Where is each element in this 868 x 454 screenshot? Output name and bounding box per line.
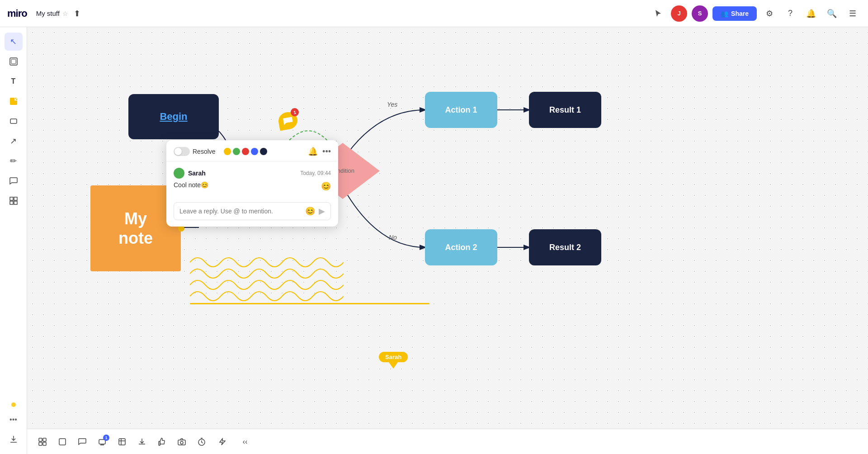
svg-rect-11 <box>43 438 46 441</box>
bottom-tool-frames[interactable] <box>54 434 71 450</box>
reply-send-button[interactable]: ▶ <box>319 206 325 216</box>
yellow-line <box>190 303 429 304</box>
svg-rect-5 <box>14 197 17 200</box>
comment-bubble-button[interactable]: 1 <box>278 112 301 134</box>
miro-logo: miro <box>7 8 27 19</box>
svg-rect-14 <box>59 439 66 445</box>
tool-frames[interactable] <box>5 52 23 71</box>
no-label: No <box>389 234 397 241</box>
bottom-badge-share: 1 <box>103 435 109 441</box>
collapse-bottombar-button[interactable]: ‹‹ <box>237 434 253 450</box>
color-dots <box>224 148 267 155</box>
svg-rect-7 <box>14 201 17 204</box>
svg-rect-6 <box>10 201 13 204</box>
note-text: Mynote <box>118 209 153 248</box>
svg-rect-13 <box>43 442 46 445</box>
color-dot-red[interactable] <box>242 148 249 155</box>
resolve-toggle-thumb <box>175 148 182 155</box>
resolve-toggle-track[interactable] <box>174 147 190 156</box>
svg-rect-12 <box>39 442 42 445</box>
reply-input[interactable] <box>179 208 302 215</box>
result2-node[interactable]: Result 2 <box>529 229 601 265</box>
topbar: miro My stuff ☆ ⬆ J S 👥 Share ⚙ ? 🔔 🔍 ☰ <box>0 0 868 27</box>
svg-rect-1 <box>11 59 16 64</box>
bottom-tool-grid[interactable] <box>34 434 51 450</box>
result2-label: Result 2 <box>549 243 581 252</box>
react-emoji-icon[interactable]: 😊 <box>321 181 331 191</box>
color-dot-dark[interactable] <box>260 148 267 155</box>
menu-icon[interactable]: ☰ <box>844 5 861 22</box>
board-title-area: My stuff ☆ ⬆ <box>36 6 83 21</box>
settings-icon[interactable]: ⚙ <box>761 5 778 22</box>
bottom-tool-lightning[interactable] <box>213 434 230 450</box>
result1-node[interactable]: Result 1 <box>529 92 601 128</box>
action2-node[interactable]: Action 2 <box>425 229 497 265</box>
tool-frames2[interactable] <box>5 192 23 210</box>
action1-node[interactable]: Action 1 <box>425 92 497 128</box>
tool-select[interactable]: ↖ <box>5 33 23 51</box>
bottom-tool-like[interactable] <box>154 434 170 450</box>
reply-input-row: 😊 ▶ <box>174 202 331 220</box>
comment-body: Sarah Today, 09:44 Cool note😊 😊 <box>166 161 338 198</box>
share-label: Share <box>731 10 749 17</box>
share-button[interactable]: 👥 Share <box>712 6 757 21</box>
svg-rect-3 <box>10 119 17 123</box>
avatar-s[interactable]: S <box>692 5 708 22</box>
tool-text[interactable]: T <box>5 72 23 90</box>
help-icon[interactable]: ? <box>782 5 798 22</box>
bottom-tool-camera[interactable] <box>174 434 190 450</box>
svg-rect-16 <box>119 439 125 445</box>
bottom-tool-share-screen[interactable]: 1 <box>94 434 110 450</box>
bottom-tool-export[interactable] <box>134 434 150 450</box>
tool-rect[interactable] <box>5 112 23 130</box>
notifications-icon[interactable]: 🔔 <box>803 5 819 22</box>
comment-user-info: Sarah <box>174 168 206 179</box>
collapse-icon: ‹‹ <box>243 438 248 446</box>
bottom-tool-timer[interactable] <box>193 434 210 450</box>
color-dot-blue[interactable] <box>251 148 258 155</box>
board-title-text: My stuff <box>36 9 60 17</box>
bottom-tool-table[interactable] <box>114 434 130 450</box>
upload-button[interactable]: ⬆ <box>71 6 83 21</box>
begin-node[interactable]: Begin <box>128 94 219 139</box>
comment-username: Sarah <box>188 170 206 177</box>
more-options-icon[interactable]: ••• <box>322 147 331 156</box>
avatar-j[interactable]: J <box>671 5 687 22</box>
search-icon[interactable]: 🔍 <box>824 5 840 22</box>
action1-label: Action 1 <box>445 105 477 115</box>
resolve-label: Resolve <box>193 148 216 155</box>
bottom-tool-comments[interactable] <box>74 434 90 450</box>
star-icon[interactable]: ☆ <box>62 10 68 17</box>
svg-rect-17 <box>159 441 160 445</box>
action2-label: Action 2 <box>445 243 477 252</box>
canvas[interactable]: Begin condition Yes No Action 1 Action 2… <box>27 27 868 429</box>
color-dot-yellow[interactable] <box>224 148 231 155</box>
color-dot-green[interactable] <box>233 148 240 155</box>
tool-import[interactable] <box>5 430 23 449</box>
tool-more[interactable]: ••• <box>5 411 23 429</box>
comment-header: Resolve 🔔 ••• <box>166 140 338 161</box>
comment-time: Today, 09:44 <box>300 170 331 176</box>
reply-emoji-button[interactable]: 😊 <box>305 206 315 216</box>
bell-icon[interactable]: 🔔 <box>308 147 318 156</box>
tool-arrow[interactable]: ↗ <box>5 132 23 150</box>
svg-point-19 <box>180 441 183 444</box>
tool-pen[interactable]: ✏ <box>5 152 23 170</box>
comment-bubble-icon: 1 <box>277 111 299 131</box>
comment-text: Cool note😊 <box>174 181 208 189</box>
svg-rect-0 <box>10 58 17 65</box>
svg-rect-4 <box>10 197 13 200</box>
bottombar: 1 ‹‹ <box>27 429 868 454</box>
yes-label: Yes <box>387 101 397 108</box>
tool-sticky[interactable] <box>5 92 23 110</box>
comment-panel: Resolve 🔔 ••• Sarah Today, 09:44 Cool no… <box>166 140 338 227</box>
tool-comment[interactable] <box>5 172 23 190</box>
wavy-lines <box>190 249 344 309</box>
share-icon: 👥 <box>721 10 728 17</box>
cursor-mode-button[interactable] <box>650 5 666 22</box>
comment-message-row: Cool note😊 😊 <box>174 181 331 191</box>
comment-reply-area: 😊 ▶ <box>166 198 338 227</box>
resolve-toggle[interactable]: Resolve <box>174 147 216 156</box>
sidebar: ↖ T ↗ ✏ ••• <box>0 27 27 454</box>
sarah-pointer-area: Sarah <box>379 352 408 369</box>
